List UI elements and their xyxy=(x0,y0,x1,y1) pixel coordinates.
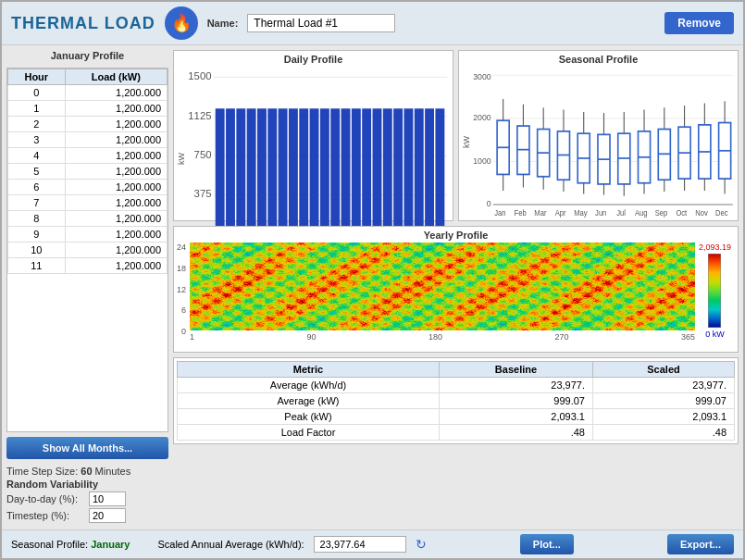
svg-text:Aug: Aug xyxy=(635,208,648,217)
seasonal-profile-box: Seasonal Profile kW 0 1000 2000 3000 xyxy=(458,50,739,221)
table-cell: 1,200.000 xyxy=(65,227,167,243)
daily-profile-box: Daily Profile kW 0 375 750 1125 1500 xyxy=(173,50,453,221)
yearly-profile-box: Yearly Profile 24 18 12 6 0 190180270365 xyxy=(173,226,739,353)
time-step-value: 60 xyxy=(81,466,92,477)
table-row: 41,200.000 xyxy=(8,148,168,164)
metrics-tbody: Average (kWh/d)23,977.23,977.Average (kW… xyxy=(178,378,735,441)
svg-rect-13 xyxy=(247,108,256,234)
svg-text:Jan: Jan xyxy=(494,208,505,217)
yearly-profile-title: Yearly Profile xyxy=(177,230,735,241)
table-cell: 9 xyxy=(8,227,66,243)
svg-text:750: 750 xyxy=(194,149,212,160)
svg-text:Sep: Sep xyxy=(655,208,668,217)
table-cell: 1,200.000 xyxy=(65,243,167,258)
table-cell: 1,200.000 xyxy=(65,164,167,180)
heatmap-canvas xyxy=(190,243,695,330)
svg-text:Dec: Dec xyxy=(715,208,728,217)
day-to-day-label: Day-to-day (%): xyxy=(6,493,85,504)
svg-rect-25 xyxy=(373,108,382,234)
heatmap-min-label: 0 kW xyxy=(705,330,725,339)
metrics-cell: .48 xyxy=(440,425,593,441)
table-cell: 3 xyxy=(8,132,66,148)
svg-rect-21 xyxy=(330,108,340,234)
table-cell: 10 xyxy=(8,243,66,258)
svg-text:Apr: Apr xyxy=(555,208,566,217)
load-table: Hour Load (kW) 01,200.00011,200.00021,20… xyxy=(7,68,168,274)
table-row: 61,200.000 xyxy=(8,180,168,195)
table-row: 71,200.000 xyxy=(8,195,168,211)
variability-section: Random Variability Day-to-day (%): Times… xyxy=(6,479,168,523)
load-table-body: 01,200.00011,200.00021,200.00031,200.000… xyxy=(8,85,168,274)
table-cell: 2 xyxy=(8,117,66,132)
col-hour: Hour xyxy=(8,69,66,85)
name-label: Name: xyxy=(207,18,239,29)
flame-icon: 🔥 xyxy=(165,6,198,40)
svg-rect-16 xyxy=(279,108,288,234)
table-cell: 1,200.000 xyxy=(65,85,167,101)
scaled-annual-input[interactable] xyxy=(314,536,406,553)
app-title: THERMAL LOAD xyxy=(11,14,155,33)
metrics-cell: 23,977. xyxy=(592,378,734,393)
metrics-row: Average (kWh/d)23,977.23,977. xyxy=(178,378,735,393)
svg-rect-30 xyxy=(425,108,434,234)
table-cell: 1,200.000 xyxy=(65,180,167,195)
table-cell: 0 xyxy=(8,85,66,101)
svg-text:1000: 1000 xyxy=(473,156,490,166)
charts-top: Daily Profile kW 0 375 750 1125 1500 xyxy=(173,50,739,221)
timestep-input[interactable] xyxy=(89,508,126,523)
table-row: 31,200.000 xyxy=(8,132,168,148)
left-panel: January Profile Hour Load (kW) 01,200.00… xyxy=(6,50,168,525)
top-bar: THERMAL LOAD 🔥 Name: Remove xyxy=(2,2,743,45)
svg-rect-17 xyxy=(289,108,298,234)
svg-rect-28 xyxy=(404,108,413,234)
table-cell: 1,200.000 xyxy=(65,132,167,148)
svg-rect-15 xyxy=(267,108,277,234)
table-row: 101,200.000 xyxy=(8,243,168,258)
show-months-button[interactable]: Show All Months... xyxy=(6,437,168,459)
table-cell: 1,200.000 xyxy=(65,258,167,274)
metrics-table: Metric Baseline Scaled Average (kWh/d)23… xyxy=(177,361,735,441)
daily-y-label: kW xyxy=(177,153,186,165)
seasonal-profile-label: Seasonal Profile: January xyxy=(11,539,130,550)
day-to-day-input[interactable] xyxy=(89,492,126,506)
table-row: 51,200.000 xyxy=(8,164,168,180)
time-step-unit: Minutes xyxy=(95,466,131,477)
remove-button[interactable]: Remove xyxy=(664,12,734,34)
table-row: 111,200.000 xyxy=(8,258,168,274)
timestep-label: Timestep (%): xyxy=(6,510,85,521)
metrics-cell: .48 xyxy=(592,425,734,441)
svg-rect-31 xyxy=(435,108,444,234)
table-scroll[interactable]: Hour Load (kW) 01,200.00011,200.00021,20… xyxy=(7,68,168,337)
table-cell: 1 xyxy=(8,101,66,117)
metrics-cell: 999.07 xyxy=(440,393,593,409)
table-row: 21,200.000 xyxy=(8,117,168,132)
day-to-day-row: Day-to-day (%): xyxy=(6,492,168,506)
metrics-cell: 2,093.1 xyxy=(440,409,593,425)
plot-button[interactable]: Plot... xyxy=(520,534,574,554)
table-cell: 6 xyxy=(8,180,66,195)
svg-rect-10 xyxy=(216,108,225,234)
svg-rect-26 xyxy=(383,108,392,234)
name-input[interactable] xyxy=(247,14,395,32)
col-load: Load (kW) xyxy=(65,69,167,85)
table-cell: 8 xyxy=(8,211,66,227)
metrics-cell: Average (kWh/d) xyxy=(178,378,440,393)
table-cell: 1,200.000 xyxy=(65,211,167,227)
svg-rect-20 xyxy=(320,108,329,234)
time-step-row: Time Step Size: 60 Minutes xyxy=(6,466,168,477)
scaled-annual-label: Scaled Annual Average (kWh/d): xyxy=(157,539,304,550)
bottom-row: Metric Baseline Scaled Average (kWh/d)23… xyxy=(173,357,739,444)
metrics-cell: Peak (kW) xyxy=(178,409,440,425)
load-table-container: Hour Load (kW) 01,200.00011,200.00021,20… xyxy=(6,68,168,432)
table-cell: 5 xyxy=(8,164,66,180)
refresh-icon[interactable]: ↻ xyxy=(416,537,427,552)
table-cell: 11 xyxy=(8,258,66,274)
svg-text:0: 0 xyxy=(487,199,491,208)
table-cell: 1,200.000 xyxy=(65,195,167,211)
svg-text:Jul: Jul xyxy=(616,208,626,217)
export-button[interactable]: Export... xyxy=(667,534,734,554)
metrics-cell: Average (kW) xyxy=(178,393,440,409)
svg-rect-29 xyxy=(415,108,424,234)
daily-profile-title: Daily Profile xyxy=(177,54,450,65)
metrics-row: Load Factor.48.48 xyxy=(178,425,735,441)
